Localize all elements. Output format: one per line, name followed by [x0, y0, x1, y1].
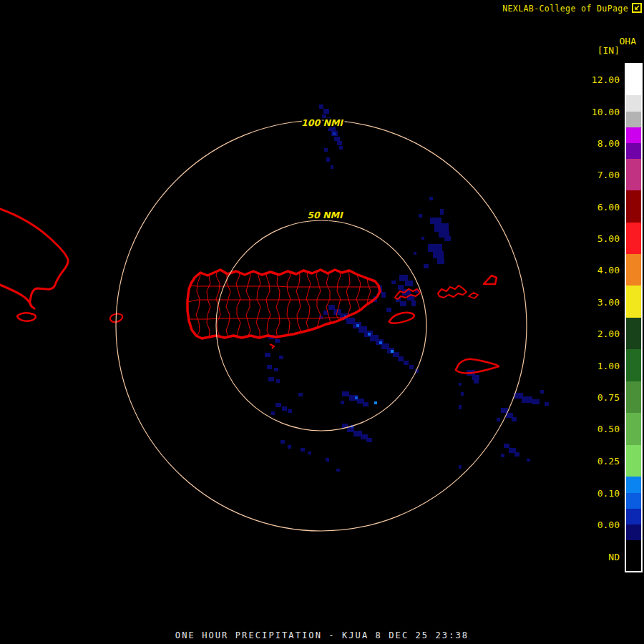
- range-ring-label: 50 NMI: [307, 210, 343, 220]
- brand-text: NEXLAB-College of DuPage: [502, 4, 628, 14]
- island-outline-st-croix: [456, 359, 499, 374]
- precip-echo: [540, 390, 544, 394]
- legend-tick-label: 8.00: [597, 139, 620, 148]
- precip-echo: [430, 218, 441, 224]
- radar-display: 100 NMI50 NMI: [0, 0, 644, 644]
- precip-echo: [347, 427, 354, 432]
- legend-tick-label: 7.00: [597, 170, 620, 180]
- precip-echo: [504, 444, 509, 448]
- legend-band: [626, 127, 641, 143]
- island-outline-vieques: [389, 313, 414, 323]
- island-outline-caja-de-muertos: [270, 344, 274, 348]
- legend-tick-label: 0.75: [597, 393, 620, 402]
- legend-band: [626, 525, 641, 540]
- precip-echo: [336, 469, 340, 472]
- range-ring-label: 100 NMI: [301, 117, 343, 128]
- precip-echo: [421, 237, 424, 240]
- precip-echo: [419, 214, 422, 218]
- legend-tick-label: 10.00: [592, 107, 620, 117]
- legend-band: [626, 190, 641, 223]
- legend-band: [626, 95, 641, 112]
- precip-echo: [337, 141, 342, 145]
- legend-tick-label: 12.00: [592, 75, 620, 84]
- legend-band: [626, 413, 641, 445]
- precip-echo: [532, 399, 540, 404]
- precip-echo: [381, 292, 386, 298]
- legend-band: [626, 159, 641, 190]
- precip-echo: [405, 280, 413, 286]
- cursor-box-arrow-icon: [632, 3, 643, 14]
- precip-echo: [497, 418, 500, 421]
- legend-units: [IN]: [597, 45, 620, 56]
- legend-tick-label: 3.00: [597, 298, 620, 307]
- precip-echoes: [265, 104, 549, 472]
- island-outlines: [110, 275, 499, 373]
- island-outline-st-john: [469, 293, 478, 298]
- precip-echo: [368, 333, 371, 336]
- legend-band: [626, 381, 641, 413]
- precip-echo: [366, 438, 372, 442]
- precip-echo: [428, 244, 442, 252]
- precip-echo: [274, 368, 278, 371]
- precip-echo: [398, 285, 404, 290]
- legend-band: [626, 223, 641, 254]
- precip-echo: [341, 401, 344, 404]
- precip-echo: [333, 132, 336, 135]
- precip-echo: [279, 356, 283, 359]
- legend-band: [626, 254, 641, 286]
- precip-echo: [393, 352, 399, 357]
- precip-echo: [342, 391, 349, 396]
- precip-echo: [268, 377, 274, 381]
- precip-echo: [509, 448, 516, 453]
- precip-echo: [275, 339, 280, 343]
- legend-tick-label: 2.00: [597, 329, 620, 338]
- precip-echo: [308, 452, 311, 454]
- precip-echo: [391, 350, 394, 353]
- precip-echo: [339, 146, 343, 150]
- range-rings: 100 NMI50 NMI: [116, 117, 527, 531]
- legend-band: [626, 64, 641, 95]
- precip-echo: [363, 402, 369, 406]
- legend-tick-label: 0.10: [597, 489, 620, 498]
- precip-echo: [298, 393, 303, 396]
- precip-echo: [545, 402, 549, 406]
- precip-echo: [391, 280, 396, 284]
- precip-echo: [433, 251, 444, 258]
- precip-echo: [474, 380, 479, 384]
- precip-echo: [440, 209, 444, 215]
- precip-echo: [288, 445, 291, 449]
- legend-band: [626, 318, 641, 349]
- legend-tick-label: 1.00: [597, 361, 620, 371]
- precip-echo: [326, 157, 330, 162]
- precip-echo: [404, 361, 409, 365]
- precip-echo: [459, 405, 462, 409]
- precip-echo: [301, 448, 305, 452]
- precip-echo: [429, 197, 433, 200]
- precip-echo: [414, 252, 416, 255]
- hispaniola-coastline: [0, 209, 68, 321]
- precip-echo: [411, 301, 416, 306]
- legend-band: [626, 477, 641, 493]
- legend-colorbar: [625, 63, 643, 572]
- precip-echo: [512, 417, 517, 421]
- site-header: NEXLAB-College of DuPage: [502, 3, 643, 14]
- legend-band: [626, 509, 641, 525]
- precip-echo: [461, 392, 464, 396]
- legend-tick-label: ND: [608, 552, 620, 562]
- legend-band: [626, 445, 641, 477]
- legend-tick-label: 5.00: [597, 234, 620, 243]
- precip-echo: [326, 458, 329, 462]
- precip-echo: [282, 406, 287, 411]
- precip-echo: [328, 305, 335, 310]
- legend-tick-label: 0.50: [597, 424, 620, 434]
- precip-echo: [459, 383, 462, 386]
- product-caption: ONE HOUR PRECIPITATION - KJUA 8 DEC 25 2…: [0, 630, 644, 640]
- precip-echo: [501, 454, 504, 457]
- radar-product-screen: 100 NMI50 NMI NEXLAB-College of DuPage O…: [0, 0, 644, 644]
- precip-echo: [459, 465, 462, 469]
- precip-echo: [288, 409, 292, 413]
- precip-echo: [331, 165, 333, 169]
- precip-echo: [265, 353, 270, 357]
- precip-echo: [374, 401, 377, 404]
- precip-echo: [356, 324, 359, 327]
